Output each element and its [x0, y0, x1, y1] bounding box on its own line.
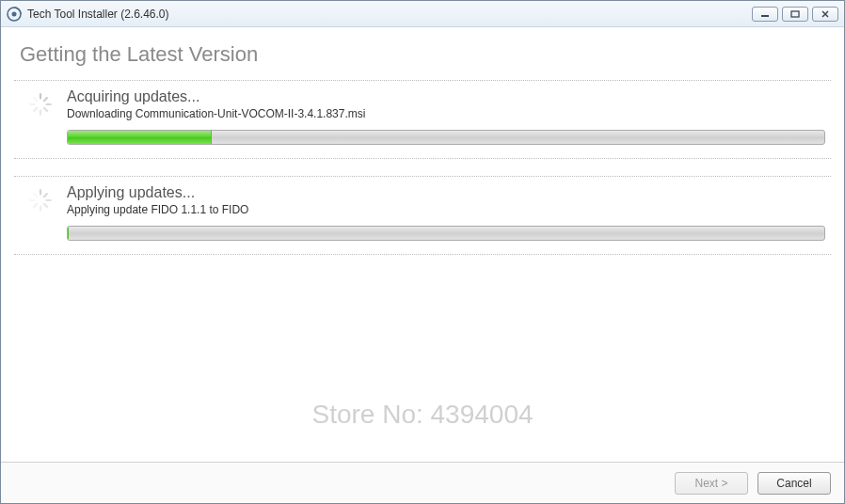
- section-body-apply: Applying updates... Applying update FIDO…: [67, 184, 831, 241]
- window-title: Tech Tool Installer (2.6.46.0): [27, 8, 752, 21]
- spinner-col-2: [14, 184, 67, 241]
- svg-line-7: [44, 108, 47, 111]
- installer-window: Tech Tool Installer (2.6.46.0) Getting t…: [0, 0, 845, 504]
- svg-line-11: [34, 98, 37, 101]
- svg-line-17: [34, 204, 37, 207]
- apply-title: Applying updates...: [67, 184, 825, 201]
- page-title: Getting the Latest Version: [20, 42, 831, 67]
- svg-point-1: [12, 11, 17, 16]
- app-icon: [7, 7, 22, 22]
- spinner-icon: [28, 188, 53, 213]
- svg-line-15: [44, 204, 47, 207]
- svg-rect-3: [791, 11, 799, 17]
- acquire-progress-fill: [68, 131, 212, 144]
- watermark-text: Store No: 4394004: [1, 400, 844, 430]
- titlebar[interactable]: Tech Tool Installer (2.6.46.0): [1, 1, 844, 27]
- svg-line-5: [44, 98, 47, 101]
- svg-line-19: [34, 194, 37, 197]
- section-apply: Applying updates... Applying update FIDO…: [14, 176, 831, 255]
- next-button: Next >: [675, 472, 748, 495]
- svg-line-13: [44, 194, 47, 197]
- cancel-button[interactable]: Cancel: [757, 472, 831, 495]
- acquire-progress: [67, 130, 825, 145]
- footer: Next > Cancel: [1, 462, 844, 503]
- acquire-title: Acquiring updates...: [67, 88, 825, 105]
- window-controls: [752, 7, 838, 22]
- svg-line-9: [34, 108, 37, 111]
- acquire-sub: Downloading Communication-Unit-VOCOM-II-…: [67, 107, 825, 120]
- minimize-button[interactable]: [752, 7, 778, 22]
- apply-progress-fill: [68, 227, 69, 240]
- content-area: Getting the Latest Version: [1, 27, 844, 462]
- section-body-acquire: Acquiring updates... Downloading Communi…: [67, 88, 831, 145]
- apply-sub: Applying update FIDO 1.1.1 to FIDO: [67, 203, 825, 216]
- spinner-icon: [28, 92, 53, 117]
- maximize-button[interactable]: [782, 7, 808, 22]
- section-acquire: Acquiring updates... Downloading Communi…: [14, 80, 831, 159]
- apply-progress: [67, 226, 825, 241]
- svg-rect-2: [761, 15, 769, 17]
- close-button[interactable]: [812, 7, 838, 22]
- spinner-col: [14, 88, 67, 145]
